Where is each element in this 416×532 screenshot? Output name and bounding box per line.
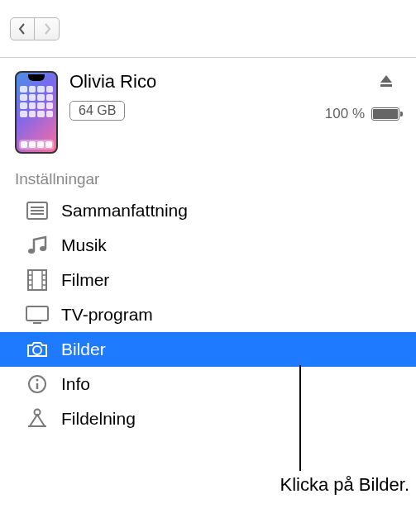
tv-icon	[25, 306, 50, 324]
battery-icon	[371, 107, 399, 121]
callout-text: Klicka på Bilder.	[145, 474, 409, 496]
device-thumbnail	[15, 71, 58, 154]
sidebar-item-label: Filmer	[61, 270, 109, 290]
storage-badge: 64 GB	[69, 101, 125, 121]
battery-percent: 100 %	[325, 106, 365, 122]
svg-point-20	[36, 379, 39, 382]
sidebar-item-info[interactable]: Info	[0, 367, 306, 401]
settings-list: Sammanfattning Musik Filmer TV-program B…	[0, 193, 306, 436]
svg-point-6	[40, 246, 46, 251]
sidebar-item-label: Musik	[61, 235, 107, 255]
sidebar-item-label: TV-program	[61, 305, 153, 325]
svg-rect-0	[380, 84, 392, 87]
sidebar-item-label: Bilder	[61, 340, 106, 359]
eject-icon	[378, 73, 394, 89]
sidebar-item-label: Sammanfattning	[61, 201, 188, 221]
apps-icon	[25, 408, 50, 430]
sidebar-item-label: Fildelning	[61, 409, 136, 429]
sidebar-item-movies[interactable]: Filmer	[0, 263, 306, 297]
device-name: Olivia Rico	[69, 71, 401, 93]
sidebar-item-music[interactable]: Musik	[0, 228, 306, 263]
back-button[interactable]	[10, 17, 35, 40]
music-icon	[25, 235, 50, 256]
battery-status: 100 %	[325, 106, 399, 122]
sidebar-item-summary[interactable]: Sammanfattning	[0, 193, 306, 228]
chevron-left-icon	[18, 23, 26, 35]
chevron-right-icon	[43, 23, 51, 35]
toolbar	[0, 0, 416, 58]
eject-button[interactable]	[378, 73, 394, 93]
camera-icon	[25, 340, 50, 359]
forward-button[interactable]	[35, 17, 60, 40]
svg-rect-16	[26, 306, 48, 321]
device-header: Olivia Rico 64 GB 100 %	[0, 58, 416, 164]
sidebar-item-photos[interactable]: Bilder	[0, 332, 416, 367]
list-icon	[25, 202, 50, 220]
sidebar-item-filesharing[interactable]: Fildelning	[0, 401, 306, 436]
sidebar-item-label: Info	[61, 374, 90, 394]
film-icon	[25, 269, 50, 291]
settings-header: Inställningar	[0, 164, 416, 193]
svg-point-5	[28, 249, 35, 254]
callout-line	[299, 365, 301, 471]
info-icon	[25, 374, 50, 394]
svg-point-18	[33, 346, 41, 354]
sidebar-item-tv[interactable]: TV-program	[0, 297, 306, 332]
